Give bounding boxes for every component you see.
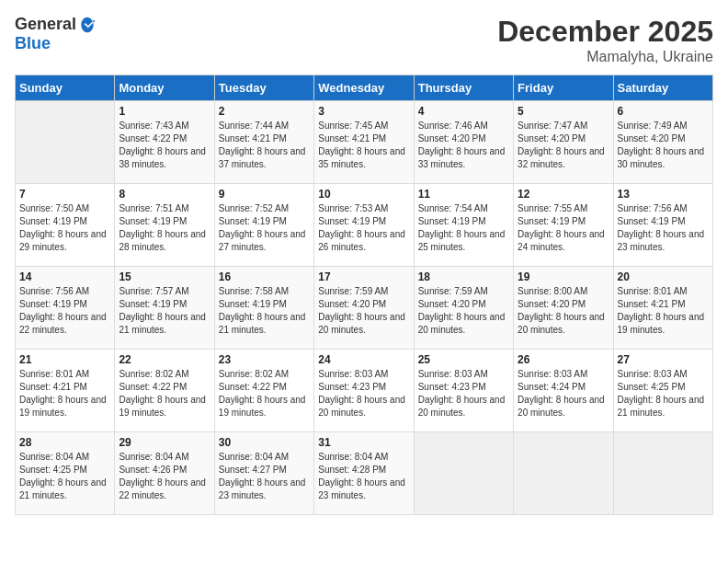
day-number: 14 — [19, 270, 110, 283]
calendar-cell: 12Sunrise: 7:55 AMSunset: 4:19 PMDayligh… — [514, 184, 613, 267]
calendar-week-row: 14Sunrise: 7:56 AMSunset: 4:19 PMDayligh… — [16, 267, 713, 350]
day-info: Sunrise: 7:56 AMSunset: 4:19 PMDaylight:… — [19, 285, 110, 337]
weekday-header-sunday: Sunday — [16, 75, 115, 101]
weekday-header-thursday: Thursday — [414, 75, 513, 101]
weekday-header-saturday: Saturday — [613, 75, 712, 101]
day-number: 3 — [318, 105, 409, 118]
day-number: 4 — [418, 105, 509, 118]
calendar-cell: 14Sunrise: 7:56 AMSunset: 4:19 PMDayligh… — [16, 267, 115, 350]
day-number: 24 — [318, 353, 409, 366]
day-number: 21 — [19, 353, 110, 366]
day-info: Sunrise: 7:54 AMSunset: 4:19 PMDaylight:… — [418, 202, 509, 254]
weekday-header-monday: Monday — [115, 75, 214, 101]
day-number: 11 — [418, 188, 509, 201]
calendar-week-row: 7Sunrise: 7:50 AMSunset: 4:19 PMDaylight… — [16, 184, 713, 267]
day-number: 19 — [518, 270, 609, 283]
day-info: Sunrise: 7:47 AMSunset: 4:20 PMDaylight:… — [518, 120, 609, 171]
day-info: Sunrise: 8:04 AMSunset: 4:25 PMDaylight:… — [19, 451, 110, 502]
day-info: Sunrise: 8:02 AMSunset: 4:22 PMDaylight:… — [219, 368, 310, 419]
day-info: Sunrise: 8:04 AMSunset: 4:26 PMDaylight:… — [119, 451, 210, 502]
day-number: 1 — [119, 105, 210, 118]
day-info: Sunrise: 8:01 AMSunset: 4:21 PMDaylight:… — [618, 285, 709, 337]
calendar-cell: 8Sunrise: 7:51 AMSunset: 4:19 PMDaylight… — [115, 184, 214, 267]
day-info: Sunrise: 7:50 AMSunset: 4:19 PMDaylight:… — [19, 202, 110, 254]
day-number: 23 — [219, 353, 310, 366]
day-info: Sunrise: 7:51 AMSunset: 4:19 PMDaylight:… — [119, 202, 210, 254]
calendar-cell: 29Sunrise: 8:04 AMSunset: 4:26 PMDayligh… — [115, 432, 214, 515]
day-number: 13 — [618, 188, 709, 201]
location-title: Mamalyha, Ukraine — [497, 49, 713, 65]
logo: General Blue — [15, 15, 97, 53]
calendar-cell — [16, 101, 115, 184]
calendar-cell: 1Sunrise: 7:43 AMSunset: 4:22 PMDaylight… — [115, 101, 214, 184]
calendar-cell: 30Sunrise: 8:04 AMSunset: 4:27 PMDayligh… — [214, 432, 313, 515]
title-block: December 2025 Mamalyha, Ukraine — [497, 15, 713, 65]
day-number: 30 — [219, 436, 310, 449]
day-info: Sunrise: 8:03 AMSunset: 4:24 PMDaylight:… — [518, 368, 609, 419]
day-info: Sunrise: 8:04 AMSunset: 4:27 PMDaylight:… — [219, 451, 310, 502]
day-info: Sunrise: 8:03 AMSunset: 4:25 PMDaylight:… — [618, 368, 709, 419]
weekday-header-tuesday: Tuesday — [214, 75, 313, 101]
calendar-table: SundayMondayTuesdayWednesdayThursdayFrid… — [15, 75, 713, 515]
day-info: Sunrise: 7:49 AMSunset: 4:20 PMDaylight:… — [618, 120, 709, 171]
calendar-cell: 21Sunrise: 8:01 AMSunset: 4:21 PMDayligh… — [16, 350, 115, 432]
logo-blue-text: Blue — [15, 34, 51, 53]
day-number: 8 — [119, 188, 210, 201]
day-number: 22 — [119, 353, 210, 366]
calendar-cell: 10Sunrise: 7:53 AMSunset: 4:19 PMDayligh… — [314, 184, 414, 267]
calendar-cell: 17Sunrise: 7:59 AMSunset: 4:20 PMDayligh… — [314, 267, 414, 350]
day-info: Sunrise: 7:58 AMSunset: 4:19 PMDaylight:… — [219, 285, 310, 337]
day-info: Sunrise: 7:44 AMSunset: 4:21 PMDaylight:… — [219, 120, 310, 171]
day-info: Sunrise: 7:43 AMSunset: 4:22 PMDaylight:… — [119, 120, 210, 171]
day-number: 17 — [318, 270, 409, 283]
calendar-cell: 22Sunrise: 8:02 AMSunset: 4:22 PMDayligh… — [115, 350, 214, 432]
calendar-week-row: 21Sunrise: 8:01 AMSunset: 4:21 PMDayligh… — [16, 350, 713, 432]
day-info: Sunrise: 7:46 AMSunset: 4:20 PMDaylight:… — [418, 120, 509, 171]
day-info: Sunrise: 8:04 AMSunset: 4:28 PMDaylight:… — [318, 451, 409, 502]
calendar-cell — [514, 432, 613, 515]
day-number: 31 — [318, 436, 409, 449]
calendar-week-row: 1Sunrise: 7:43 AMSunset: 4:22 PMDaylight… — [16, 101, 713, 184]
day-number: 25 — [418, 353, 509, 366]
day-number: 28 — [19, 436, 110, 449]
calendar-cell: 25Sunrise: 8:03 AMSunset: 4:23 PMDayligh… — [414, 350, 513, 432]
day-info: Sunrise: 8:03 AMSunset: 4:23 PMDaylight:… — [418, 368, 509, 419]
page-header: General Blue December 2025 Mamalyha, Ukr… — [15, 15, 713, 65]
month-title: December 2025 — [497, 15, 713, 49]
calendar-cell: 4Sunrise: 7:46 AMSunset: 4:20 PMDaylight… — [414, 101, 513, 184]
day-info: Sunrise: 7:55 AMSunset: 4:19 PMDaylight:… — [518, 202, 609, 254]
calendar-cell: 13Sunrise: 7:56 AMSunset: 4:19 PMDayligh… — [613, 184, 712, 267]
weekday-header-friday: Friday — [514, 75, 613, 101]
calendar-cell — [414, 432, 513, 515]
weekday-header-wednesday: Wednesday — [314, 75, 414, 101]
day-number: 2 — [219, 105, 310, 118]
day-number: 18 — [418, 270, 509, 283]
day-number: 7 — [19, 188, 110, 201]
day-info: Sunrise: 8:00 AMSunset: 4:20 PMDaylight:… — [518, 285, 609, 337]
day-number: 10 — [318, 188, 409, 201]
day-number: 20 — [618, 270, 709, 283]
calendar-cell: 23Sunrise: 8:02 AMSunset: 4:22 PMDayligh… — [214, 350, 313, 432]
calendar-cell: 19Sunrise: 8:00 AMSunset: 4:20 PMDayligh… — [514, 267, 613, 350]
calendar-cell: 6Sunrise: 7:49 AMSunset: 4:20 PMDaylight… — [613, 101, 712, 184]
calendar-cell: 16Sunrise: 7:58 AMSunset: 4:19 PMDayligh… — [214, 267, 313, 350]
logo-icon — [78, 16, 97, 34]
day-number: 26 — [518, 353, 609, 366]
day-info: Sunrise: 7:53 AMSunset: 4:19 PMDaylight:… — [318, 202, 409, 254]
calendar-cell — [613, 432, 712, 515]
calendar-cell: 28Sunrise: 8:04 AMSunset: 4:25 PMDayligh… — [16, 432, 115, 515]
day-info: Sunrise: 7:56 AMSunset: 4:19 PMDaylight:… — [618, 202, 709, 254]
day-info: Sunrise: 8:02 AMSunset: 4:22 PMDaylight:… — [119, 368, 210, 419]
calendar-cell: 5Sunrise: 7:47 AMSunset: 4:20 PMDaylight… — [514, 101, 613, 184]
calendar-week-row: 28Sunrise: 8:04 AMSunset: 4:25 PMDayligh… — [16, 432, 713, 515]
day-info: Sunrise: 7:52 AMSunset: 4:19 PMDaylight:… — [219, 202, 310, 254]
calendar-cell: 27Sunrise: 8:03 AMSunset: 4:25 PMDayligh… — [613, 350, 712, 432]
day-number: 27 — [618, 353, 709, 366]
calendar-cell: 2Sunrise: 7:44 AMSunset: 4:21 PMDaylight… — [214, 101, 313, 184]
calendar-cell: 9Sunrise: 7:52 AMSunset: 4:19 PMDaylight… — [214, 184, 313, 267]
calendar-cell: 20Sunrise: 8:01 AMSunset: 4:21 PMDayligh… — [613, 267, 712, 350]
calendar-cell: 26Sunrise: 8:03 AMSunset: 4:24 PMDayligh… — [514, 350, 613, 432]
calendar-cell: 15Sunrise: 7:57 AMSunset: 4:19 PMDayligh… — [115, 267, 214, 350]
calendar-cell: 18Sunrise: 7:59 AMSunset: 4:20 PMDayligh… — [414, 267, 513, 350]
day-info: Sunrise: 7:45 AMSunset: 4:21 PMDaylight:… — [318, 120, 409, 171]
